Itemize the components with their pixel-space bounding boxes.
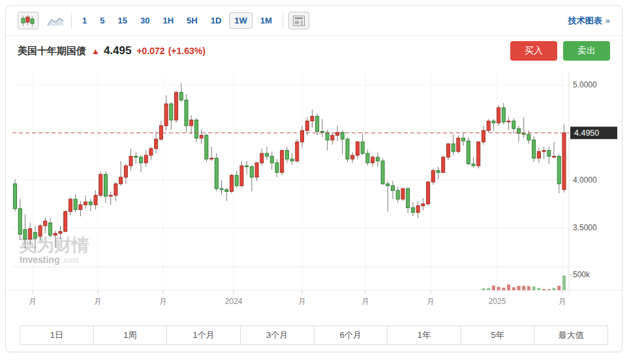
volume-bar: [487, 288, 490, 290]
candle: [210, 158, 213, 159]
y-axis-label: 3.5000: [573, 223, 597, 232]
range-button-6[interactable]: 5年: [461, 326, 535, 345]
timeframe-button-5h[interactable]: 5H: [181, 12, 203, 29]
candle: [215, 158, 218, 189]
technical-chart-link[interactable]: 技术图表 »: [568, 15, 610, 27]
buy-button[interactable]: 买入: [510, 41, 557, 61]
candle: [431, 170, 435, 182]
candle: [240, 166, 243, 186]
candle: [194, 120, 198, 138]
toolbar-divider: [71, 14, 72, 28]
candle: [290, 159, 294, 161]
candle: [285, 151, 288, 159]
volume-bar: [547, 289, 551, 290]
candle: [346, 139, 349, 159]
timeframe-button-15[interactable]: 15: [112, 12, 132, 29]
timeframe-button-1w[interactable]: 1W: [229, 12, 253, 29]
candle: [497, 108, 500, 123]
candle: [220, 189, 223, 189]
x-axis-label: 2024: [225, 297, 243, 306]
candle: [527, 134, 530, 140]
candle: [79, 205, 82, 209]
candle: [250, 167, 253, 177]
candle: [557, 157, 560, 184]
candle: [205, 135, 208, 159]
volume-bar: [502, 288, 505, 290]
volume-bar: [542, 289, 545, 290]
volume-bar: [497, 287, 500, 290]
range-button-1[interactable]: 1周: [93, 326, 168, 345]
x-axis-label: 月: [298, 297, 306, 306]
candle: [185, 100, 188, 125]
candle: [457, 138, 460, 151]
candle: [281, 151, 284, 173]
candle: [376, 157, 379, 161]
candle: [542, 151, 545, 151]
watermark-com: .com: [62, 256, 79, 265]
candlestick-chart-button[interactable]: [18, 12, 38, 29]
candle: [89, 202, 92, 205]
candle: [452, 144, 455, 152]
area-chart-button[interactable]: [45, 12, 66, 29]
timeframe-button-1[interactable]: 1: [77, 12, 92, 29]
chart-widget: 1515301H5H1D1W1M 技术图表 » 美国十年期国债 ▲ 4.495 …: [5, 5, 622, 352]
candle: [401, 189, 405, 199]
candle: [522, 133, 525, 134]
range-button-4[interactable]: 6个月: [314, 326, 388, 345]
news-panel-icon: [293, 16, 305, 26]
timeframe-button-1h[interactable]: 1H: [157, 12, 179, 29]
candle: [356, 142, 359, 155]
candle: [149, 149, 153, 155]
timeframe-button-1d[interactable]: 1D: [206, 12, 227, 29]
candle: [29, 228, 32, 239]
timeframe-group: 1515301H5H1D1W1M: [77, 12, 277, 29]
candle: [553, 157, 556, 157]
candle: [245, 166, 249, 166]
candle: [109, 195, 112, 196]
candlestick-chart[interactable]: 月月月2024月月月2025月5.00004.00003.5000500k英为财…: [6, 66, 622, 309]
sell-button[interactable]: 卖出: [563, 41, 610, 61]
candle: [170, 104, 173, 120]
candle: [74, 199, 77, 209]
candle: [562, 133, 566, 190]
volume-bar: [527, 286, 530, 290]
candle: [467, 141, 470, 164]
timeframe-button-1m[interactable]: 1M: [255, 12, 277, 29]
candle: [351, 155, 354, 159]
volume-bar: [492, 286, 495, 290]
candle: [14, 184, 17, 209]
news-panel-button[interactable]: [288, 12, 309, 29]
candle: [446, 144, 450, 157]
volume-axis-label: 500k: [573, 270, 591, 279]
y-axis-label: 5.0000: [573, 80, 597, 89]
timeframe-button-30[interactable]: 30: [135, 12, 155, 29]
volume-bar: [512, 287, 515, 290]
range-button-7[interactable]: 最大值: [534, 326, 608, 345]
x-axis-label: 月: [559, 297, 566, 306]
candle: [144, 155, 147, 163]
candle: [270, 157, 273, 163]
x-axis-label: 月: [94, 297, 102, 306]
last-price: 4.495: [104, 44, 132, 57]
candle: [331, 135, 334, 140]
candle: [59, 232, 62, 234]
range-button-2[interactable]: 1个月: [166, 326, 241, 345]
volume-bar: [517, 286, 521, 290]
candle: [361, 142, 364, 154]
range-button-0[interactable]: 1日: [20, 326, 94, 345]
range-button-3[interactable]: 3个月: [240, 326, 314, 345]
candle: [512, 121, 515, 129]
volume-bar: [507, 284, 510, 290]
candle: [311, 116, 314, 121]
range-button-5[interactable]: 1年: [387, 326, 461, 345]
quote-header: 美国十年期国债 ▲ 4.495 +0.072 (+1.63%) 买入 卖出: [6, 36, 622, 66]
candle: [427, 182, 430, 204]
candle: [336, 132, 339, 135]
timeframe-button-5[interactable]: 5: [95, 12, 110, 29]
candle: [175, 93, 178, 120]
y-axis-label: 4.0000: [573, 175, 597, 185]
candle: [119, 177, 123, 184]
candle: [305, 121, 309, 130]
x-axis-label: 月: [361, 297, 369, 306]
x-axis-label: 月: [29, 297, 37, 306]
